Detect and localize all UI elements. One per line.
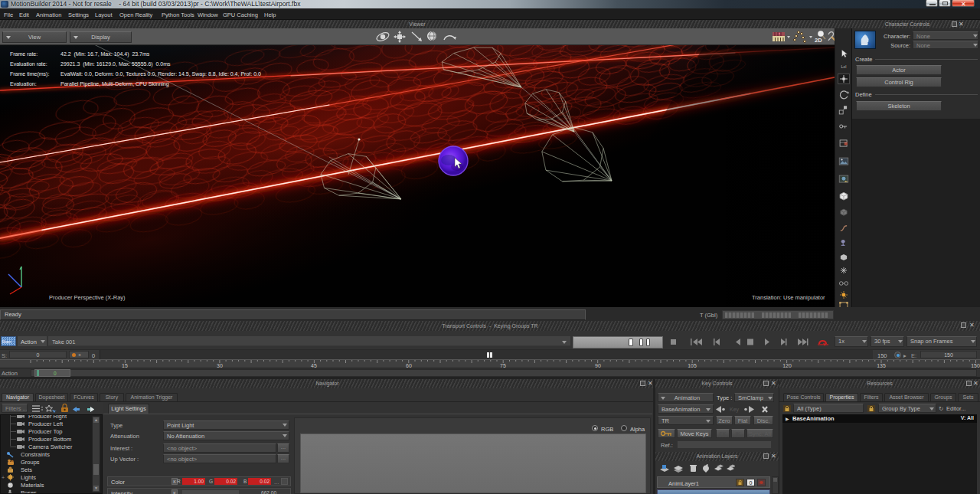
svg-text:Key: Key bbox=[730, 407, 740, 413]
svg-text:2D: 2D bbox=[815, 37, 822, 44]
svg-text:Lcl: Lcl bbox=[841, 64, 847, 69]
